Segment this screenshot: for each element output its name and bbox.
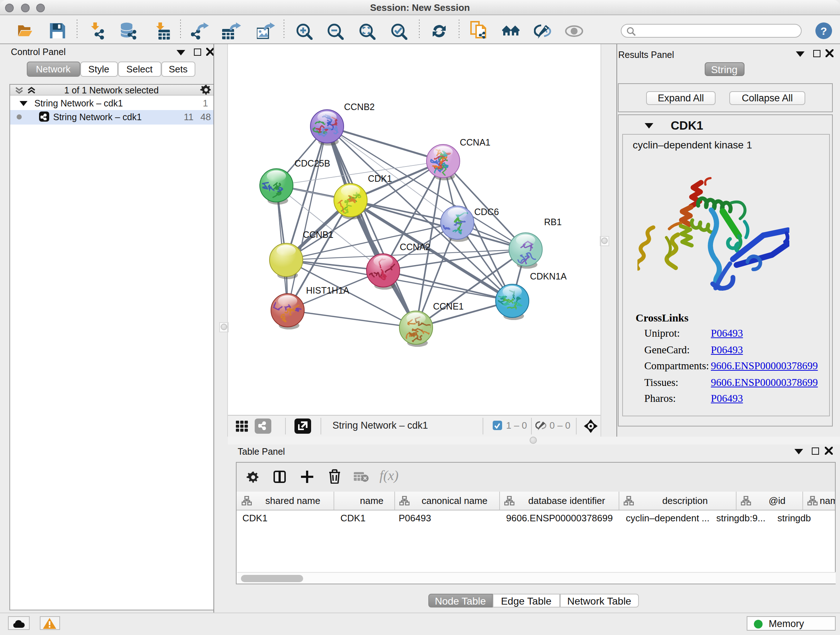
svg-text:CCNA2: CCNA2 <box>399 242 430 252</box>
svg-text:CCNA1: CCNA1 <box>459 137 490 147</box>
svg-text:CCNE1: CCNE1 <box>433 301 463 311</box>
svg-text:CDC6: CDC6 <box>474 207 499 217</box>
svg-text:RB1: RB1 <box>544 217 561 227</box>
svg-text:CDK1: CDK1 <box>368 173 392 184</box>
svg-text:CCNB2: CCNB2 <box>344 102 374 112</box>
svg-text:HIST1H1A: HIST1H1A <box>306 285 349 295</box>
svg-text:CDKN1A: CDKN1A <box>530 271 567 281</box>
svg-text:CDC25B: CDC25B <box>294 158 330 168</box>
svg-text:CCNB1: CCNB1 <box>302 230 333 240</box>
